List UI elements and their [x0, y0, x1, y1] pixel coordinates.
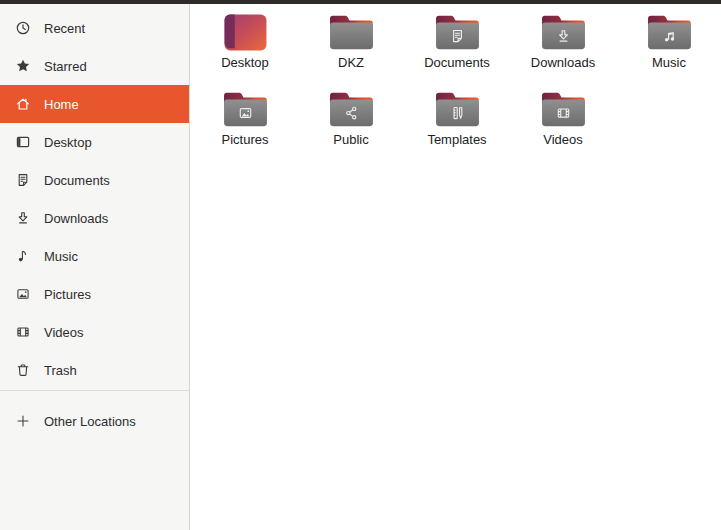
sidebar-item-other-locations[interactable]: Other Locations: [0, 402, 189, 440]
folder-documents-icon: [434, 13, 481, 52]
pictures-icon: [15, 286, 31, 302]
file-item-templates[interactable]: Templates: [404, 86, 510, 163]
sidebar-item-label: Other Locations: [44, 414, 136, 429]
file-item-documents[interactable]: Documents: [404, 9, 510, 86]
file-item-label: DKZ: [338, 55, 364, 70]
plus-icon: [15, 413, 31, 429]
home-icon: [15, 96, 31, 112]
sidebar-item-recent[interactable]: Recent: [0, 9, 189, 47]
folder-templates-icon: [434, 90, 481, 129]
sidebar-item-starred[interactable]: Starred: [0, 47, 189, 85]
recent-icon: [15, 20, 31, 36]
sidebar-item-label: Starred: [44, 59, 87, 74]
sidebar-item-trash[interactable]: Trash: [0, 351, 189, 389]
folder-pictures-icon: [222, 90, 269, 129]
file-item-label: Documents: [424, 55, 490, 70]
sidebar-item-label: Documents: [44, 173, 110, 188]
sidebar-item-pictures[interactable]: Pictures: [0, 275, 189, 313]
sidebar-item-label: Desktop: [44, 135, 92, 150]
downloads-icon: [15, 210, 31, 226]
file-item-label: Pictures: [222, 132, 269, 147]
file-item-label: Public: [333, 132, 368, 147]
file-item-desktop[interactable]: Desktop: [192, 9, 298, 86]
sidebar-item-label: Downloads: [44, 211, 108, 226]
file-item-label: Desktop: [221, 55, 269, 70]
videos-icon: [15, 324, 31, 340]
sidebar-item-downloads[interactable]: Downloads: [0, 199, 189, 237]
sidebar-item-label: Videos: [44, 325, 84, 340]
file-item-public[interactable]: Public: [298, 86, 404, 163]
trash-icon: [15, 362, 31, 378]
folder-icon: [328, 13, 375, 52]
sidebar-item-label: Home: [44, 97, 79, 112]
sidebar-item-label: Music: [44, 249, 78, 264]
file-item-dkz[interactable]: DKZ: [298, 9, 404, 86]
file-manager-window: RecentStarredHomeDesktopDocumentsDownloa…: [0, 4, 721, 530]
sidebar-list: RecentStarredHomeDesktopDocumentsDownloa…: [0, 9, 189, 389]
content-area: DesktopDKZDocumentsDownloadsMusicPicture…: [190, 4, 721, 530]
sidebar-item-home[interactable]: Home: [0, 85, 189, 123]
folder-music-icon: [646, 13, 693, 52]
file-item-label: Downloads: [531, 55, 595, 70]
file-item-label: Music: [652, 55, 686, 70]
sidebar-item-desktop[interactable]: Desktop: [0, 123, 189, 161]
file-item-videos[interactable]: Videos: [510, 86, 616, 163]
sidebar-item-documents[interactable]: Documents: [0, 161, 189, 199]
file-item-music[interactable]: Music: [616, 9, 721, 86]
music-icon: [15, 248, 31, 264]
folder-videos-icon: [540, 90, 587, 129]
file-item-label: Videos: [543, 132, 583, 147]
sidebar-item-music[interactable]: Music: [0, 237, 189, 275]
sidebar: RecentStarredHomeDesktopDocumentsDownloa…: [0, 4, 190, 530]
folder-downloads-icon: [540, 13, 587, 52]
file-item-pictures[interactable]: Pictures: [192, 86, 298, 163]
desktop-gradient-icon: [222, 13, 269, 52]
sidebar-item-videos[interactable]: Videos: [0, 313, 189, 351]
star-icon: [15, 58, 31, 74]
sidebar-item-label: Pictures: [44, 287, 91, 302]
file-item-label: Templates: [427, 132, 486, 147]
sidebar-item-label: Recent: [44, 21, 85, 36]
sidebar-divider: [0, 390, 189, 391]
folder-share-icon: [328, 90, 375, 129]
desktop-panel-icon: [15, 134, 31, 150]
sidebar-item-label: Trash: [44, 363, 77, 378]
documents-icon: [15, 172, 31, 188]
file-item-downloads[interactable]: Downloads: [510, 9, 616, 86]
file-grid: DesktopDKZDocumentsDownloadsMusicPicture…: [190, 4, 721, 163]
